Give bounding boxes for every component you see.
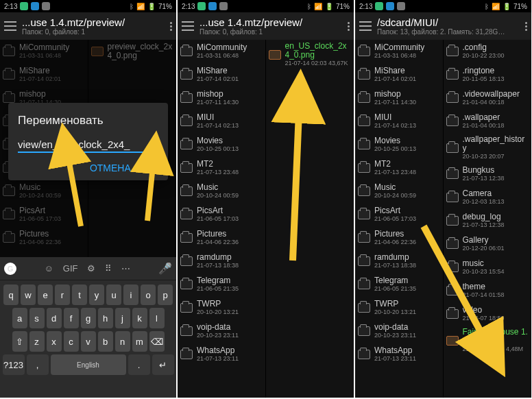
list-item[interactable]: ramdump21-07-13 18:38 [178, 250, 265, 273]
key[interactable]: , [27, 354, 49, 375]
list-item[interactable]: mishop21-07-11 14:30 [178, 86, 265, 110]
list-item[interactable]: Bungkus21-07-13 12:38 [444, 162, 532, 186]
overflow-icon[interactable] [525, 22, 527, 31]
item-meta: 21-07-13 23:48 [374, 169, 440, 176]
list-item[interactable]: MT221-07-13 23:48 [178, 156, 265, 180]
list-item[interactable]: PicsArt21-06-05 17:03 [355, 203, 443, 226]
list-item[interactable]: .videowallpaper21-01-04 00:18 [444, 86, 532, 110]
google-icon[interactable]: G [4, 263, 16, 275]
key[interactable]: l [149, 308, 165, 328]
list-item[interactable]: Gallery20-12-20 06:01 [444, 232, 532, 256]
list-item[interactable]: Music20-10-24 00:59 [355, 180, 443, 203]
key[interactable]: y [89, 285, 104, 305]
path-title[interactable]: ...use 1.4.mtz/preview/ [200, 16, 342, 28]
key[interactable]: z [29, 331, 45, 352]
list-item[interactable]: .wallpaper21-01-04 00:18 [444, 110, 532, 133]
key[interactable]: ↵ [152, 354, 174, 375]
key[interactable]: d [47, 308, 62, 328]
list-item[interactable]: music20-10-23 15:54 [444, 256, 532, 279]
key[interactable]: . [128, 354, 150, 375]
mic-icon[interactable]: 🎤 [158, 262, 172, 275]
settings-icon[interactable]: ⚙ [87, 263, 95, 274]
folder-icon [180, 93, 193, 103]
list-item[interactable]: WhatsApp21-07-13 23:11 [178, 343, 265, 366]
list-item[interactable]: Pictures21-04-06 22:36 [178, 226, 265, 250]
list-item[interactable]: WhatsApp21-07-13 23:11 [355, 343, 443, 366]
list-item[interactable]: Fairytale house 1.4.mtz21-07-14 02:13 4,… [444, 326, 532, 355]
key[interactable]: j [115, 308, 130, 328]
key[interactable]: g [81, 308, 96, 328]
emoji-icon[interactable]: ☺ [45, 263, 53, 274]
list-item[interactable]: MiShare21-07-14 02:01 [178, 63, 265, 86]
gif-button[interactable]: GIF [63, 263, 78, 274]
key[interactable]: b [98, 331, 113, 352]
list-item[interactable]: voip-data20-10-23 23:11 [178, 319, 265, 343]
key[interactable]: t [72, 285, 87, 305]
key[interactable]: u [106, 285, 121, 305]
list-item[interactable]: video21-04-07 18:59 [444, 302, 532, 326]
list-item[interactable]: MIUI21-07-14 02:13 [355, 110, 443, 133]
list-item[interactable]: en_US_clock_2x4_0.png21-07-14 02:03 43,6… [266, 40, 354, 69]
menu-icon[interactable] [182, 21, 194, 31]
folder-icon [358, 256, 370, 266]
key[interactable]: ?123 [3, 354, 25, 375]
list-item[interactable]: .ringtone20-11-05 18:13 [444, 63, 532, 86]
list-item[interactable]: MiShare21-07-14 02:01 [355, 63, 443, 86]
list-item[interactable]: Telegram21-06-05 21:35 [355, 273, 443, 296]
list-item[interactable]: voip-data20-10-23 23:11 [355, 319, 443, 343]
list-item[interactable]: MT221-07-13 23:48 [355, 156, 443, 180]
key[interactable]: w [21, 285, 36, 305]
key[interactable]: r [55, 285, 70, 305]
key[interactable]: e [38, 285, 53, 305]
overflow-icon[interactable] [348, 22, 350, 31]
key[interactable]: x [47, 331, 62, 352]
list-item[interactable]: Movies20-10-25 00:13 [178, 133, 265, 156]
ok-button[interactable]: OK [145, 162, 158, 173]
cancel-button[interactable]: ОТМЕНА [90, 162, 131, 173]
keyboard[interactable]: G ☺ GIF ⚙ ⠿ ⋯ 🎤 qwertyuiopasdfghjkl⇧zxcv… [0, 257, 176, 398]
list-item[interactable]: ramdump21-07-13 18:38 [355, 250, 443, 273]
item-meta: 21-07-14 02:01 [197, 75, 263, 83]
key[interactable]: h [98, 308, 113, 328]
list-item[interactable]: theme21-07-14 01:58 [444, 279, 532, 302]
list-item[interactable]: MIUI21-07-14 02:13 [178, 110, 265, 133]
list-item[interactable]: MiCommunity21-03-31 06:48 [178, 40, 265, 63]
key[interactable]: v [81, 331, 96, 352]
key[interactable]: o [141, 285, 156, 305]
key[interactable]: a [12, 308, 27, 328]
list-item[interactable]: PicsArt21-06-05 17:03 [178, 203, 265, 226]
list-item[interactable]: Telegram21-06-05 21:35 [178, 273, 265, 296]
key[interactable]: s [29, 308, 45, 328]
key[interactable]: c [64, 331, 79, 352]
list-item[interactable]: TWRP20-10-20 13:21 [178, 296, 265, 319]
grid-icon[interactable]: ⠿ [105, 263, 112, 274]
rename-input[interactable] [18, 137, 158, 153]
list-item[interactable]: debug_log21-07-13 12:38 [444, 209, 532, 232]
overflow-icon[interactable] [170, 22, 172, 31]
menu-icon[interactable] [4, 21, 16, 31]
list-item[interactable]: .wallpaper_history20-10-23 20:07 [444, 133, 532, 162]
more-icon[interactable]: ⋯ [121, 263, 130, 274]
path-title[interactable]: /sdcard/MIUI/ [377, 16, 520, 28]
key[interactable]: i [123, 285, 138, 305]
list-item[interactable]: Camera20-12-03 18:13 [444, 186, 532, 209]
path-title[interactable]: ...use 1.4.mtz/preview/ [22, 16, 165, 28]
key[interactable]: p [158, 285, 173, 305]
list-item[interactable]: TWRP20-10-20 13:21 [355, 296, 443, 319]
list-item[interactable]: .config20-10-22 23:00 [444, 40, 532, 63]
space-key[interactable]: English [51, 354, 126, 375]
list-item[interactable]: mishop21-07-11 14:30 [355, 86, 443, 110]
list-item[interactable]: MiCommunity21-03-31 06:48 [355, 40, 443, 63]
key[interactable]: ⌫ [149, 331, 165, 352]
item-meta: 21-06-05 21:35 [374, 285, 440, 293]
key[interactable]: q [3, 285, 19, 305]
key[interactable]: k [132, 308, 147, 328]
list-item[interactable]: Movies20-10-25 00:13 [355, 133, 443, 156]
key[interactable]: ⇧ [12, 331, 27, 352]
key[interactable]: m [132, 331, 147, 352]
list-item[interactable]: Pictures21-04-06 22:36 [355, 226, 443, 250]
key[interactable]: n [115, 331, 130, 352]
menu-icon[interactable] [359, 21, 372, 31]
key[interactable]: f [64, 308, 79, 328]
list-item[interactable]: Music20-10-24 00:59 [178, 180, 265, 203]
